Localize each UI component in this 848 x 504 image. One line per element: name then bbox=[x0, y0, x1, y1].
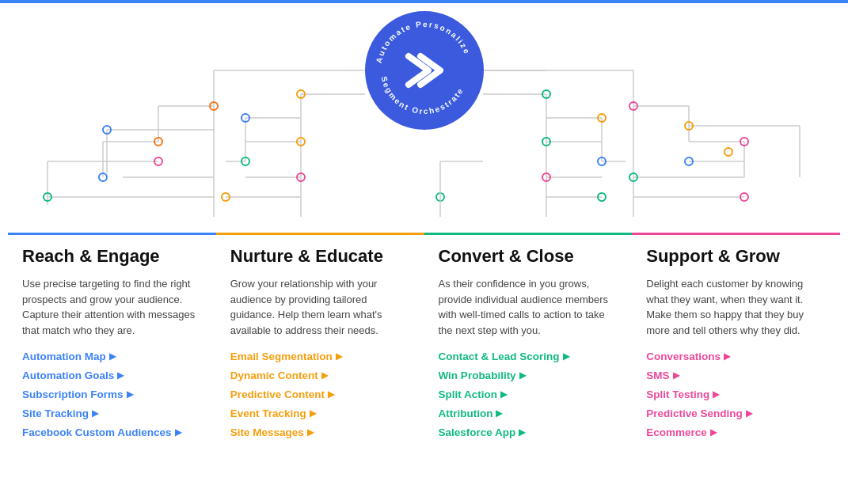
column-link-2[interactable]: Split Testing ▶ bbox=[646, 388, 826, 400]
column-link-4[interactable]: Salesforce App ▶ bbox=[439, 426, 618, 438]
diagram-area: Automate Personalize Segment Orchestrate bbox=[0, 3, 848, 233]
column-link-2[interactable]: Predictive Content ▶ bbox=[230, 388, 410, 400]
link-arrow-icon: ▶ bbox=[92, 408, 98, 419]
link-arrow-icon: ▶ bbox=[117, 370, 124, 381]
svg-point-67 bbox=[724, 148, 732, 156]
column-title: Support & Grow bbox=[646, 246, 826, 267]
link-arrow-icon: ▶ bbox=[710, 427, 717, 438]
link-arrow-icon: ▶ bbox=[496, 408, 502, 419]
logo-text-svg: Automate Personalize Segment Orchestrate bbox=[365, 11, 484, 130]
link-label: Predictive Content bbox=[230, 388, 325, 400]
column-link-0[interactable]: Conversations ▶ bbox=[646, 351, 826, 362]
link-label: SMS bbox=[646, 369, 669, 381]
column-link-4[interactable]: Site Messages ▶ bbox=[230, 426, 410, 438]
column-link-3[interactable]: Site Tracking ▶ bbox=[22, 407, 202, 419]
column-link-0[interactable]: Email Segmentation ▶ bbox=[230, 351, 410, 362]
link-label: Facebook Custom Audiences bbox=[22, 426, 172, 438]
column-link-1[interactable]: Automation Goals ▶ bbox=[22, 369, 202, 381]
link-arrow-icon: ▶ bbox=[328, 389, 334, 400]
link-arrow-icon: ▶ bbox=[321, 370, 328, 381]
link-label: Salesforce App bbox=[439, 426, 516, 438]
link-arrow-icon: ▶ bbox=[673, 370, 679, 381]
link-arrow-icon: ▶ bbox=[713, 389, 719, 400]
link-arrow-icon: ▶ bbox=[563, 351, 569, 362]
column-link-3[interactable]: Attribution ▶ bbox=[439, 407, 618, 419]
columns-section: Reach & EngageUse precise targeting to f… bbox=[0, 233, 848, 445]
link-arrow-icon: ▶ bbox=[724, 351, 730, 362]
column-link-4[interactable]: Ecommerce ▶ bbox=[646, 426, 826, 438]
link-arrow-icon: ▶ bbox=[127, 389, 133, 400]
column-link-2[interactable]: Subscription Forms ▶ bbox=[22, 388, 202, 400]
column-link-1[interactable]: Dynamic Content ▶ bbox=[230, 369, 410, 381]
column-link-1[interactable]: Win Probability ▶ bbox=[439, 369, 618, 381]
column-link-1[interactable]: SMS ▶ bbox=[646, 369, 826, 381]
link-arrow-icon: ▶ bbox=[109, 351, 116, 362]
link-arrow-icon: ▶ bbox=[310, 408, 316, 419]
page-wrapper: Automate Personalize Segment Orchestrate… bbox=[0, 0, 848, 504]
link-arrow-icon: ▶ bbox=[500, 389, 507, 400]
link-label: Split Testing bbox=[646, 388, 709, 400]
svg-text:Automate  Personalize: Automate Personalize bbox=[374, 20, 471, 64]
link-label: Dynamic Content bbox=[230, 369, 318, 381]
link-label: Predictive Sending bbox=[646, 407, 743, 419]
column-desc: As their confidence in you grows, provid… bbox=[439, 276, 618, 338]
link-label: Automation Map bbox=[22, 351, 106, 362]
link-label: Split Action bbox=[439, 388, 498, 400]
link-arrow-icon: ▶ bbox=[175, 427, 181, 438]
link-label: Attribution bbox=[439, 407, 493, 419]
column-support-grow: Support & GrowDelight each customer by k… bbox=[632, 233, 840, 445]
column-link-0[interactable]: Contact & Lead Scoring ▶ bbox=[439, 351, 618, 362]
column-link-4[interactable]: Facebook Custom Audiences ▶ bbox=[22, 426, 202, 438]
link-label: Win Probability bbox=[439, 369, 516, 381]
link-arrow-icon: ▶ bbox=[746, 408, 752, 419]
link-label: Site Messages bbox=[230, 426, 304, 438]
column-convert-close: Convert & CloseAs their confidence in yo… bbox=[424, 233, 633, 445]
column-title: Nurture & Educate bbox=[230, 246, 410, 267]
link-arrow-icon: ▶ bbox=[307, 427, 314, 438]
link-arrow-icon: ▶ bbox=[336, 351, 342, 362]
link-label: Ecommerce bbox=[646, 426, 707, 438]
column-nurture-educate: Nurture & EducateGrow your relationship … bbox=[216, 233, 424, 445]
column-reach-engage: Reach & EngageUse precise targeting to f… bbox=[8, 233, 216, 445]
svg-text:Segment  Orchestrate: Segment Orchestrate bbox=[379, 75, 465, 116]
link-label: Subscription Forms bbox=[22, 388, 124, 400]
column-desc: Delight each customer by knowing what th… bbox=[646, 276, 826, 338]
column-link-2[interactable]: Split Action ▶ bbox=[439, 388, 618, 400]
link-label: Event Tracking bbox=[230, 407, 306, 419]
column-title: Convert & Close bbox=[439, 246, 618, 267]
column-desc: Grow your relationship with your audienc… bbox=[230, 276, 410, 338]
column-link-0[interactable]: Automation Map ▶ bbox=[22, 351, 202, 362]
column-link-3[interactable]: Event Tracking ▶ bbox=[230, 407, 410, 419]
link-label: Site Tracking bbox=[22, 407, 89, 419]
center-logo: Automate Personalize Segment Orchestrate bbox=[365, 11, 484, 130]
link-label: Conversations bbox=[646, 351, 721, 362]
column-desc: Use precise targeting to find the right … bbox=[22, 276, 202, 338]
link-arrow-icon: ▶ bbox=[519, 370, 526, 381]
link-label: Email Segmentation bbox=[230, 351, 333, 362]
link-label: Contact & Lead Scoring bbox=[439, 351, 560, 362]
link-label: Automation Goals bbox=[22, 369, 114, 381]
column-link-3[interactable]: Predictive Sending ▶ bbox=[646, 407, 826, 419]
link-arrow-icon: ▶ bbox=[519, 427, 525, 438]
column-title: Reach & Engage bbox=[22, 246, 202, 267]
